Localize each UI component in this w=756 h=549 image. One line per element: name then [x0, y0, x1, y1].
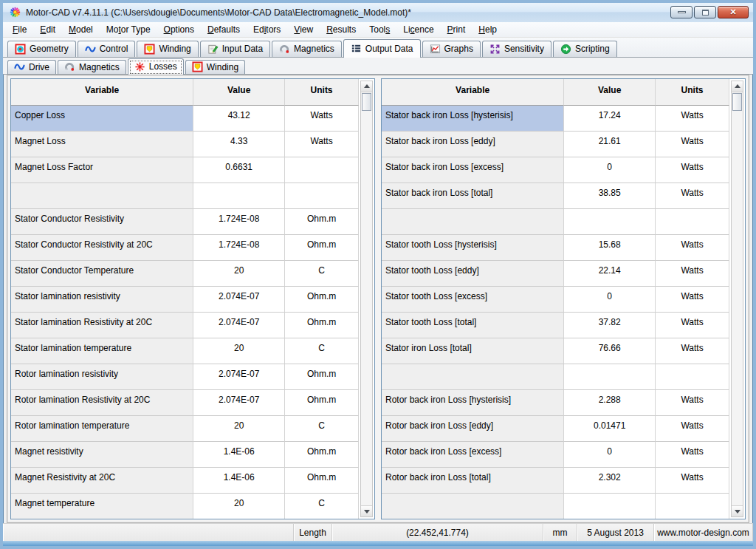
tab-scripting[interactable]: Scripting	[553, 41, 617, 57]
subtab-winding[interactable]: Winding	[185, 60, 245, 74]
value-cell: 1.724E-08	[193, 235, 285, 261]
tab-control[interactable]: Control	[78, 41, 136, 57]
close-button[interactable]: ✕	[718, 6, 749, 18]
tab-winding[interactable]: Winding	[137, 41, 198, 57]
table-row[interactable]: Rotor lamination temperature20C	[11, 416, 359, 442]
units-cell: Watts	[285, 106, 359, 132]
table-row[interactable]: Stator back iron Loss [eddy]21.61Watts	[382, 132, 729, 157]
window-bottom-border	[3, 541, 753, 546]
menu-model[interactable]: Model	[62, 23, 100, 36]
table-row[interactable]: Stator Conductor Temperature20C	[11, 261, 359, 287]
variable-cell: Stator back iron Loss [excess]	[382, 157, 564, 183]
table-row[interactable]: Stator tooth Loss [hysterisis]15.68Watts	[382, 235, 729, 261]
tab-input-data[interactable]: Input Data	[200, 41, 270, 57]
menu-results[interactable]: Results	[320, 23, 362, 36]
table-row[interactable]	[382, 209, 729, 235]
tab-magnetics[interactable]: Magnetics	[272, 41, 342, 57]
menu-licence[interactable]: Licence	[396, 23, 440, 36]
left-vertical-scrollbar[interactable]	[360, 81, 373, 517]
table-row[interactable]: Magnet Loss Factor0.6631	[11, 157, 359, 183]
value-cell	[564, 364, 656, 390]
scroll-thumb[interactable]	[362, 93, 371, 111]
scroll-track[interactable]	[361, 112, 372, 505]
tab-label: Input Data	[222, 44, 263, 54]
up-arrow-icon	[735, 84, 740, 88]
minimize-icon	[678, 11, 686, 13]
variable-cell: Stator lamination Resistivity at 20C	[11, 313, 193, 338]
maximize-button[interactable]	[694, 6, 716, 18]
tab-sensitivity[interactable]: Sensitivity	[482, 41, 551, 57]
subtab-drive[interactable]: Drive	[7, 60, 56, 74]
status-date: 5 August 2013	[577, 524, 654, 541]
maximize-icon	[702, 10, 709, 16]
menu-editors[interactable]: Editors	[247, 23, 287, 36]
status-empty	[3, 524, 294, 541]
table-row[interactable]: Stator lamination Resistivity at 20C2.07…	[11, 313, 359, 338]
menu-file[interactable]: File	[6, 23, 33, 36]
scroll-up-button[interactable]	[732, 81, 743, 92]
table-row[interactable]: Stator lamination resistivity2.074E-07Oh…	[11, 287, 359, 313]
scroll-down-button[interactable]	[361, 505, 372, 516]
subtab-losses[interactable]: Losses	[128, 58, 184, 75]
table-row[interactable]: Rotor back iron Loss [eddy]0.01471Watts	[382, 416, 729, 442]
motor-cad-logo-icon[interactable]	[9, 6, 21, 18]
table-row[interactable]: Copper Loss43.12Watts	[11, 106, 359, 132]
menu-defaults[interactable]: Defaults	[201, 23, 247, 36]
sub-tab-bar: DriveMagneticsLossesWinding	[3, 58, 753, 75]
variable-cell: Rotor lamination resistivity	[11, 364, 193, 390]
variable-cell: Stator back iron Loss [eddy]	[382, 132, 564, 157]
table-row[interactable]	[382, 364, 729, 390]
minimize-button[interactable]	[670, 6, 693, 18]
value-cell: 2.074E-07	[193, 390, 285, 416]
table-row[interactable]: Stator Conductor Resistivity at 20C1.724…	[11, 235, 359, 261]
table-row[interactable]: Stator back iron Loss [excess]0Watts	[382, 157, 729, 183]
table-row[interactable]	[382, 494, 729, 519]
scroll-thumb[interactable]	[732, 93, 742, 111]
scroll-down-button[interactable]	[732, 505, 743, 516]
tab-geometry[interactable]: Geometry	[7, 41, 76, 57]
table-row[interactable]: Rotor lamination Resistivity at 20C2.074…	[11, 390, 359, 416]
table-row[interactable]: Rotor back iron Loss [excess]0Watts	[382, 442, 729, 468]
menu-help[interactable]: Help	[472, 23, 504, 36]
magnet-icon	[64, 61, 75, 72]
table-row[interactable]: Rotor back iron Loss [hysterisis]2.288Wa…	[382, 390, 729, 416]
menu-print[interactable]: Print	[441, 23, 472, 36]
table-row[interactable]: Stator back iron Loss [hysterisis]17.24W…	[382, 106, 729, 132]
table-row[interactable]: Stator lamination temperature20C	[11, 338, 359, 364]
menu-view[interactable]: View	[287, 23, 320, 36]
tab-graphs[interactable]: Graphs	[422, 41, 481, 57]
variable-cell: Stator lamination resistivity	[11, 287, 193, 313]
table-row[interactable]: Stator tooth Loss [eddy]22.14Watts	[382, 261, 729, 287]
scroll-up-button[interactable]	[361, 81, 372, 92]
units-cell: Ohm.m	[285, 209, 359, 235]
table-row[interactable]: Magnet Resistivity at 20C1.4E-06Ohm.m	[11, 468, 359, 494]
table-row[interactable]: Magnet Loss4.33Watts	[11, 132, 359, 157]
winding-icon	[192, 61, 203, 72]
table-row[interactable]: Stator iron Loss [total]76.66Watts	[382, 338, 729, 364]
menu-tools[interactable]: Tools	[362, 23, 396, 36]
subtab-magnetics[interactable]: Magnetics	[58, 60, 126, 74]
value-cell: 37.82	[564, 313, 656, 338]
right-table: VariableValueUnitsStator back iron Loss …	[382, 79, 729, 519]
tab-output-data[interactable]: Output Data	[343, 39, 421, 58]
table-row[interactable]	[11, 183, 359, 209]
units-cell: Watts	[656, 338, 729, 364]
table-row[interactable]: Rotor lamination resistivity2.074E-07Ohm…	[11, 364, 359, 390]
menu-edit[interactable]: Edit	[33, 23, 62, 36]
table-row[interactable]: Magnet resistivity1.4E-06Ohm.m	[11, 442, 359, 468]
table-row[interactable]: Magnet temperature20C	[11, 494, 359, 519]
value-cell	[564, 494, 656, 519]
right-vertical-scrollbar[interactable]	[731, 81, 743, 517]
table-row[interactable]: Stator tooth Loss [excess]0Watts	[382, 287, 729, 313]
units-cell: Ohm.m	[285, 442, 359, 468]
column-header-variable: Variable	[382, 79, 564, 106]
table-row[interactable]: Rotor back iron Loss [total]2.302Watts	[382, 468, 729, 494]
table-row[interactable]: Stator back iron Loss [total]38.85Watts	[382, 183, 729, 209]
scroll-track[interactable]	[732, 112, 743, 505]
menu-options[interactable]: Options	[157, 23, 201, 36]
units-cell: C	[285, 261, 359, 287]
menu-motor-type[interactable]: Motor Type	[100, 23, 157, 36]
tab-label: Losses	[149, 61, 177, 72]
table-row[interactable]: Stator Conductor Resistivity1.724E-08Ohm…	[11, 209, 359, 235]
table-row[interactable]: Stator tooth Loss [total]37.82Watts	[382, 313, 729, 338]
